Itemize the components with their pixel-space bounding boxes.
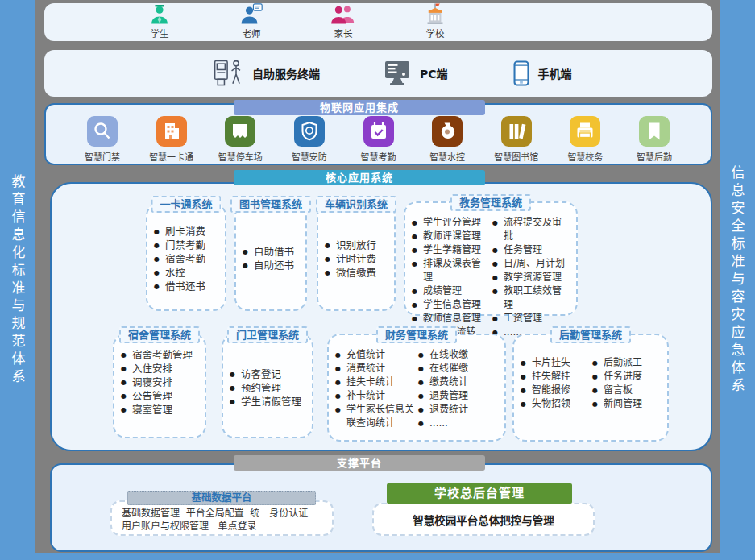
list-item: 挂失解挂 xyxy=(521,370,589,384)
core-systems-panel: 一卡通系统 刷卡消费门禁考勤宿舍考勤水控借书还书 图书管理系统 自助借书自助还书… xyxy=(50,182,712,451)
list-item: 宿舍考勤管理 xyxy=(121,348,198,362)
iot-item-label: 智慧后勤 xyxy=(637,150,672,163)
user-role-teacher: 老师 xyxy=(226,3,276,41)
core-section-banner: 核心应用系统 xyxy=(234,170,485,185)
list-item: 新闻管理 xyxy=(592,397,661,411)
terminal-label: PC端 xyxy=(420,65,448,81)
terminals-panel: 自助服务终端 PC端 手机端 xyxy=(44,50,712,97)
terminal-mobile: 手机端 xyxy=(512,60,572,86)
list-item: 学生信息管理 xyxy=(412,298,489,312)
base-data-platform-header: 基础数据平台 xyxy=(127,491,316,505)
right-standards-sidebar: 信息安全标准与容灾应急体系 xyxy=(720,0,755,560)
list-item: 留言板 xyxy=(592,384,661,397)
base-data-platform-box: 基础数据管理 平台全局配置 统一身份认证 用户账户与权限管理 单点登录 xyxy=(110,500,334,536)
list-item: 学生评分管理 xyxy=(412,216,489,230)
school-icon xyxy=(422,3,448,26)
kiosk-icon xyxy=(212,58,244,89)
list-item: 公告管理 xyxy=(121,389,198,403)
admin-platform-content: 智慧校园平台总体把控与管理 xyxy=(413,512,554,528)
system-box-academic-affairs: 教务管理系统 学生评分管理教师评课管理学生学籍管理排课及课表管理成绩管理学生信息… xyxy=(404,201,578,316)
user-role-label: 老师 xyxy=(243,27,261,39)
list-item: 日/周、月计划 xyxy=(492,257,570,271)
iot-item-label: 智慧水控 xyxy=(429,150,465,163)
list-item: 卡片挂失 xyxy=(521,356,589,370)
system-feature-list: 宿舍考勤管理入住安排调寝安排公告管理寝室管理 xyxy=(121,348,198,417)
base-platform-line: 用户账户与权限管理 单点登录 xyxy=(122,520,332,533)
system-feature-list: 充值统计消费统计挂失卡统计补卡统计学生家长信息关联查询统计 xyxy=(335,348,415,430)
support-section-banner: 支撑平台 xyxy=(234,455,485,471)
list-item: 借书还书 xyxy=(154,280,218,293)
attendance-icon xyxy=(363,116,394,147)
user-role-school: 学校 xyxy=(410,3,460,41)
system-feature-list: 识别放行计时计费微信缴费 xyxy=(325,239,388,280)
library-icon xyxy=(501,116,532,147)
list-item: 寝室管理 xyxy=(121,403,198,417)
terminal-label: 手机端 xyxy=(538,65,572,81)
list-item: 失物招领 xyxy=(521,397,589,411)
user-role-student: 学生 xyxy=(135,3,185,41)
system-box-one-card: 一卡通系统 刷卡消费门禁考勤宿舍考勤水控借书还书 xyxy=(146,203,226,311)
parents-icon xyxy=(330,3,356,26)
system-box-library: 图书管理系统 自助借书自助还书 xyxy=(234,203,307,311)
list-item: 门禁考勤 xyxy=(154,239,218,252)
list-item: 消费统计 xyxy=(335,362,415,375)
iot-item-attendance: 智慧考勤 xyxy=(350,116,408,163)
student-icon xyxy=(147,3,172,26)
list-item: 水控 xyxy=(154,266,218,280)
terminal-pc: PC端 xyxy=(384,60,448,86)
user-role-label: 学校 xyxy=(426,27,445,39)
system-box-title: 一卡通系统 xyxy=(151,196,221,213)
list-item: 后勤派工 xyxy=(592,356,661,370)
list-item: 学生请假管理 xyxy=(230,395,305,409)
list-item: 学生家长信息关联查询统计 xyxy=(335,403,415,430)
iot-item-one-card: 智慧一卡通 xyxy=(143,116,201,163)
iot-item-security: 智慧安防 xyxy=(280,116,338,163)
list-item: 调寝安排 xyxy=(121,375,198,389)
iot-item-label: 智慧校务 xyxy=(567,150,603,163)
one-card-icon xyxy=(156,116,187,147)
list-item: 挂失卡统计 xyxy=(335,375,415,389)
system-box-dormitory: 宿舍管理系统 宿舍考勤管理入住安排调寝安排公告管理寝室管理 xyxy=(113,334,206,438)
mobile-icon xyxy=(512,60,530,86)
desktop-icon xyxy=(384,60,412,86)
system-box-finance: 财务管理系统 充值统计消费统计挂失卡统计补卡统计学生家长信息关联查询统计 在线收… xyxy=(327,334,506,442)
iot-item-label: 智慧一卡通 xyxy=(149,150,193,163)
iot-item-label: 智慧门禁 xyxy=(85,150,120,163)
iot-item-school-affairs: 智慧校务 xyxy=(556,116,614,163)
user-roles-panel: 学生 老师 家长 xyxy=(44,3,712,41)
list-item: 学生学籍管理 xyxy=(412,243,489,257)
system-box-title: 车辆识别系统 xyxy=(316,196,396,213)
system-feature-list: 访客登记预约管理学生请假管理 xyxy=(230,367,305,409)
system-box-title: 财务管理系统 xyxy=(376,326,457,343)
iot-item-label: 智慧考勤 xyxy=(361,150,396,163)
list-item: 教师信息管理 xyxy=(412,312,489,326)
list-item: 排课及课表管理 xyxy=(412,257,489,284)
list-item: 刷卡消费 xyxy=(154,225,218,239)
list-item: 预约管理 xyxy=(230,381,305,395)
system-feature-list: 自助借书自助还书 xyxy=(243,245,299,272)
list-item: 识别放行 xyxy=(325,239,388,252)
logistics-icon xyxy=(639,116,670,147)
left-sidebar-text: 教育信息化标准与规范体系 xyxy=(8,174,28,387)
iot-section-banner: 物联网应用集成 xyxy=(234,100,485,115)
base-platform-line: 基础数据管理 平台全局配置 统一身份认证 xyxy=(122,507,332,520)
list-item: 在线收缴 xyxy=(418,348,498,362)
system-box-gatekeeper: 门卫管理系统 访客登记预约管理学生请假管理 xyxy=(222,334,313,438)
list-item: 工资管理 xyxy=(492,312,570,326)
support-platform-panel: 基础数据管理 平台全局配置 统一身份认证 用户账户与权限管理 单点登录 基础数据… xyxy=(50,463,712,552)
system-feature-list: 学生评分管理教师评课管理学生学籍管理排课及课表管理成绩管理学生信息管理教师信息管… xyxy=(412,216,489,339)
list-item: 微信缴费 xyxy=(325,266,388,280)
list-item: 教学资源管理 xyxy=(492,271,570,284)
list-item: 智能报修 xyxy=(521,384,589,397)
right-sidebar-text: 信息安全标准与容灾应急体系 xyxy=(728,165,748,396)
iot-item-label: 智慧图书馆 xyxy=(494,150,538,163)
system-feature-list: 后勤派工任务进度留言板新闻管理 xyxy=(592,356,661,411)
water-control-icon xyxy=(432,116,463,147)
iot-item-access-control: 智慧门禁 xyxy=(73,116,131,163)
system-box-title: 后勤管理系统 xyxy=(550,326,631,343)
access-control-icon xyxy=(87,116,118,147)
list-item: 教师评课管理 xyxy=(412,230,489,243)
list-item: 入住安排 xyxy=(121,362,198,375)
list-item: 任务管理 xyxy=(492,243,570,257)
list-item: 教职工绩效管理 xyxy=(492,284,570,312)
